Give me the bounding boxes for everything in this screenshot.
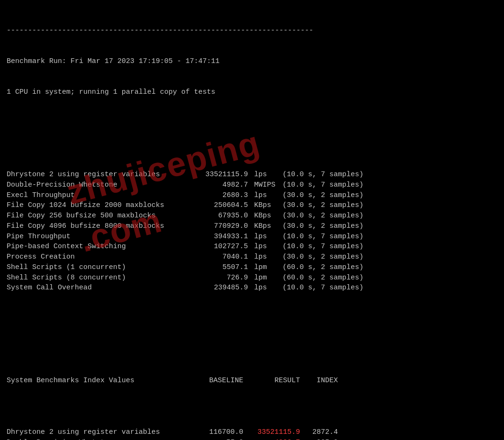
bench-value: 102727.5 (186, 242, 248, 252)
benchmark-row: Shell Scripts (1 concurrent)5507.1 lpm(6… (7, 262, 497, 273)
bench-name: Pipe Throughput (7, 232, 186, 242)
benchmark-row: System Call Overhead239485.9 lps(10.0 s,… (7, 283, 497, 293)
bench-name: Process Creation (7, 252, 186, 262)
bench-unit: lps (250, 242, 281, 252)
bench-samples: (10.0 s, 7 samples) (283, 170, 363, 180)
bench-unit: KBps (250, 211, 281, 221)
bench-samples: (30.0 s, 2 samples) (283, 190, 363, 201)
benchmark-row: Pipe Throughput394933.1 lps(10.0 s, 7 sa… (7, 232, 497, 242)
td-index: 2872.4 (300, 427, 338, 438)
bench-value: 4982.7 (186, 180, 248, 190)
bench-samples: (60.0 s, 2 samples) (283, 262, 363, 273)
benchmark-row: Shell Scripts (8 concurrent)726.9 lpm(60… (7, 273, 497, 283)
td-index: 905.9 (300, 438, 338, 440)
bench-value: 67935.0 (186, 211, 248, 221)
benchmark-row: Pipe-based Context Switching102727.5 lps… (7, 242, 497, 252)
blank-2 (7, 324, 497, 334)
bench-unit: lps (250, 190, 281, 201)
table-row: Dhrystone 2 using register variables1167… (7, 427, 497, 438)
td-name: Double-Precision Whetstone (7, 438, 186, 440)
benchmark-row: File Copy 4096 bufsize 8000 maxblocks770… (7, 221, 497, 232)
bench-value: 33521115.9 (186, 170, 248, 180)
bench-value: 394933.1 (186, 232, 248, 242)
bench-samples: (10.0 s, 7 samples) (283, 180, 363, 190)
th-result: RESULT (243, 376, 300, 386)
bench-value: 726.9 (186, 273, 248, 283)
bench-samples: (60.0 s, 2 samples) (283, 273, 363, 283)
table-row: Double-Precision Whetstone55.04982.7905.… (7, 438, 497, 440)
benchmark-run-line: Benchmark Run: Fri Mar 17 2023 17:19:05 … (7, 56, 497, 67)
bench-samples: (10.0 s, 7 samples) (283, 283, 363, 293)
bench-unit: lpm (250, 262, 281, 273)
bench-unit: KBps (250, 221, 281, 232)
td-name: Dhrystone 2 using register variables (7, 427, 186, 438)
bench-samples: (30.0 s, 2 samples) (283, 200, 363, 211)
index-table: Dhrystone 2 using register variables1167… (7, 427, 497, 440)
bench-unit: lps (250, 232, 281, 242)
td-baseline: 55.0 (186, 438, 243, 440)
benchmark-row: File Copy 256 bufsize 500 maxblocks67935… (7, 211, 497, 221)
bench-name: System Call Overhead (7, 283, 186, 293)
bench-value: 2680.3 (186, 190, 248, 201)
bench-name: Shell Scripts (1 concurrent) (7, 262, 186, 273)
bench-unit: lpm (250, 273, 281, 283)
bench-name: Dhrystone 2 using register variables (7, 170, 186, 180)
bench-value: 770929.0 (186, 221, 248, 232)
bench-unit: lps (250, 170, 281, 180)
bench-name: Pipe-based Context Switching (7, 242, 186, 252)
th-index: INDEX (300, 376, 338, 386)
bench-value: 239485.9 (186, 283, 248, 293)
td-baseline: 116700.0 (186, 427, 243, 438)
bench-name: Double-Precision Whetstone (7, 180, 186, 190)
benchmark-row: Dhrystone 2 using register variables3352… (7, 170, 497, 180)
benchmark-results: Dhrystone 2 using register variables3352… (7, 170, 497, 293)
bench-unit: KBps (250, 200, 281, 211)
bench-name: File Copy 4096 bufsize 8000 maxblocks (7, 221, 186, 232)
divider-line: ----------------------------------------… (7, 26, 497, 36)
bench-name: File Copy 1024 bufsize 2000 maxblocks (7, 200, 186, 211)
benchmark-row: Execl Throughput2680.3 lps(30.0 s, 2 sam… (7, 190, 497, 201)
bench-unit: MWIPS (250, 180, 281, 190)
benchmark-row: Process Creation7040.1 lps(30.0 s, 2 sam… (7, 252, 497, 262)
bench-samples: (30.0 s, 2 samples) (283, 221, 363, 232)
bench-value: 5507.1 (186, 262, 248, 273)
table-header-row: System Benchmarks Index Values BASELINE … (7, 376, 497, 386)
th-name: System Benchmarks Index Values (7, 376, 186, 386)
bench-value: 7040.1 (186, 252, 248, 262)
bench-unit: lps (250, 283, 281, 293)
bench-samples: (30.0 s, 2 samples) (283, 252, 363, 262)
bench-samples: (10.0 s, 7 samples) (283, 242, 363, 252)
bench-samples: (30.0 s, 2 samples) (283, 211, 363, 221)
cpu-info-line: 1 CPU in system; running 1 parallel copy… (7, 87, 497, 98)
bench-samples: (10.0 s, 7 samples) (283, 232, 363, 242)
blank-1 (7, 118, 497, 128)
bench-value: 250604.5 (186, 200, 248, 211)
td-result: 4982.7 (243, 438, 300, 440)
benchmark-row: Double-Precision Whetstone4982.7 MWIPS(1… (7, 180, 497, 190)
benchmark-row: File Copy 1024 bufsize 2000 maxblocks250… (7, 200, 497, 211)
td-result: 33521115.9 (243, 427, 300, 438)
bench-name: Execl Throughput (7, 190, 186, 201)
bench-name: Shell Scripts (8 concurrent) (7, 273, 186, 283)
th-baseline: BASELINE (186, 376, 243, 386)
bench-unit: lps (250, 252, 281, 262)
bench-name: File Copy 256 bufsize 500 maxblocks (7, 211, 186, 221)
